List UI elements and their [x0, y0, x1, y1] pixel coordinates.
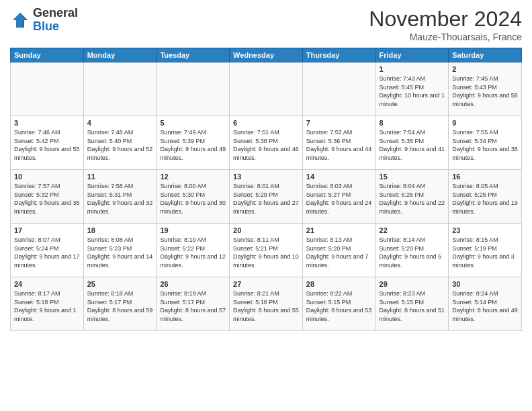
day-number: 13 — [233, 173, 299, 181]
page: General Blue November 2024 Mauze-Thouars… — [0, 0, 532, 411]
day-info: Sunrise: 8:15 AM Sunset: 5:19 PM Dayligh… — [452, 236, 518, 269]
day-number: 15 — [380, 173, 445, 181]
day-info: Sunrise: 8:18 AM Sunset: 5:17 PM Dayligh… — [87, 289, 153, 323]
logo-blue: Blue — [33, 20, 78, 34]
calendar-cell: 8Sunrise: 7:54 AM Sunset: 5:35 PM Daylig… — [375, 116, 449, 170]
day-info: Sunrise: 8:08 AM Sunset: 5:23 PM Dayligh… — [87, 236, 153, 269]
day-info: Sunrise: 8:03 AM Sunset: 5:27 PM Dayligh… — [306, 182, 372, 216]
day-info: Sunrise: 7:45 AM Sunset: 5:43 PM Dayligh… — [452, 75, 518, 108]
day-info: Sunrise: 8:04 AM Sunset: 5:26 PM Dayligh… — [380, 182, 445, 216]
day-number: 24 — [14, 280, 80, 288]
calendar-cell: 29Sunrise: 8:23 AM Sunset: 5:15 PM Dayli… — [375, 277, 449, 331]
day-info: Sunrise: 8:22 AM Sunset: 5:15 PM Dayligh… — [306, 289, 372, 323]
day-info: Sunrise: 7:54 AM Sunset: 5:35 PM Dayligh… — [380, 128, 445, 162]
calendar-week-row: 3Sunrise: 7:46 AM Sunset: 5:42 PM Daylig… — [11, 116, 522, 170]
day-number: 5 — [160, 119, 226, 127]
logo: General Blue — [10, 7, 78, 34]
calendar-week-row: 24Sunrise: 8:17 AM Sunset: 5:18 PM Dayli… — [11, 277, 522, 331]
day-info: Sunrise: 8:00 AM Sunset: 5:30 PM Dayligh… — [160, 182, 226, 216]
day-info: Sunrise: 8:05 AM Sunset: 5:25 PM Dayligh… — [452, 182, 518, 216]
calendar-cell: 30Sunrise: 8:24 AM Sunset: 5:14 PM Dayli… — [449, 277, 522, 331]
calendar-cell: 27Sunrise: 8:21 AM Sunset: 5:16 PM Dayli… — [230, 277, 303, 331]
header: General Blue November 2024 Mauze-Thouars… — [10, 7, 522, 42]
weekday-header: Sunday — [11, 48, 84, 62]
day-info: Sunrise: 8:23 AM Sunset: 5:15 PM Dayligh… — [380, 289, 445, 323]
calendar-cell: 26Sunrise: 8:19 AM Sunset: 5:17 PM Dayli… — [157, 277, 230, 331]
day-info: Sunrise: 8:19 AM Sunset: 5:17 PM Dayligh… — [160, 289, 226, 323]
calendar-cell: 13Sunrise: 8:01 AM Sunset: 5:29 PM Dayli… — [230, 170, 303, 224]
day-info: Sunrise: 8:14 AM Sunset: 5:20 PM Dayligh… — [380, 236, 445, 269]
day-info: Sunrise: 8:24 AM Sunset: 5:14 PM Dayligh… — [452, 289, 518, 323]
calendar-cell: 20Sunrise: 8:11 AM Sunset: 5:21 PM Dayli… — [230, 224, 303, 277]
calendar-cell: 19Sunrise: 8:10 AM Sunset: 5:22 PM Dayli… — [157, 224, 230, 277]
day-info: Sunrise: 7:48 AM Sunset: 5:40 PM Dayligh… — [87, 128, 153, 162]
calendar-cell: 21Sunrise: 8:13 AM Sunset: 5:20 PM Dayli… — [302, 224, 375, 277]
day-number: 10 — [14, 173, 80, 181]
day-number: 18 — [87, 226, 153, 234]
day-info: Sunrise: 8:11 AM Sunset: 5:21 PM Dayligh… — [233, 236, 299, 269]
day-number: 30 — [452, 280, 518, 288]
calendar-cell: 23Sunrise: 8:15 AM Sunset: 5:19 PM Dayli… — [449, 224, 522, 277]
weekday-header: Tuesday — [157, 48, 230, 62]
weekday-header: Saturday — [449, 48, 522, 62]
day-number: 17 — [14, 226, 80, 234]
weekday-header: Monday — [83, 48, 157, 62]
day-number: 23 — [452, 226, 518, 234]
calendar-cell: 28Sunrise: 8:22 AM Sunset: 5:15 PM Dayli… — [302, 277, 375, 331]
day-number: 7 — [306, 119, 372, 127]
calendar-cell: 22Sunrise: 8:14 AM Sunset: 5:20 PM Dayli… — [375, 224, 449, 277]
day-number: 20 — [233, 226, 299, 234]
calendar-cell: 11Sunrise: 7:58 AM Sunset: 5:31 PM Dayli… — [83, 170, 157, 224]
day-number: 16 — [452, 173, 518, 181]
title-block: November 2024 Mauze-Thouarsais, France — [369, 7, 522, 42]
calendar-cell — [302, 62, 375, 116]
day-number: 11 — [87, 173, 153, 181]
day-info: Sunrise: 8:10 AM Sunset: 5:22 PM Dayligh… — [160, 236, 226, 269]
day-info: Sunrise: 7:46 AM Sunset: 5:42 PM Dayligh… — [14, 128, 80, 162]
calendar-cell: 24Sunrise: 8:17 AM Sunset: 5:18 PM Dayli… — [11, 277, 84, 331]
calendar-cell: 14Sunrise: 8:03 AM Sunset: 5:27 PM Dayli… — [302, 170, 375, 224]
weekday-header: Thursday — [302, 48, 375, 62]
logo-general: General — [33, 7, 78, 20]
day-number: 25 — [87, 280, 153, 288]
day-number: 4 — [87, 119, 153, 127]
day-number: 22 — [380, 226, 445, 234]
day-info: Sunrise: 8:21 AM Sunset: 5:16 PM Dayligh… — [233, 289, 299, 323]
day-number: 1 — [380, 65, 445, 73]
day-info: Sunrise: 8:01 AM Sunset: 5:29 PM Dayligh… — [233, 182, 299, 216]
day-number: 14 — [306, 173, 372, 181]
calendar-cell: 7Sunrise: 7:52 AM Sunset: 5:36 PM Daylig… — [302, 116, 375, 170]
day-info: Sunrise: 8:17 AM Sunset: 5:18 PM Dayligh… — [14, 289, 80, 323]
calendar-header-row: SundayMondayTuesdayWednesdayThursdayFrid… — [11, 48, 522, 62]
calendar-cell: 4Sunrise: 7:48 AM Sunset: 5:40 PM Daylig… — [83, 116, 157, 170]
weekday-header: Wednesday — [230, 48, 303, 62]
day-info: Sunrise: 7:52 AM Sunset: 5:36 PM Dayligh… — [306, 128, 372, 162]
calendar-cell — [230, 62, 303, 116]
day-number: 29 — [380, 280, 445, 288]
day-number: 28 — [306, 280, 372, 288]
day-number: 19 — [160, 226, 226, 234]
calendar-cell — [157, 62, 230, 116]
logo-text: General Blue — [33, 7, 78, 34]
calendar-cell: 25Sunrise: 8:18 AM Sunset: 5:17 PM Dayli… — [83, 277, 157, 331]
calendar-cell: 15Sunrise: 8:04 AM Sunset: 5:26 PM Dayli… — [375, 170, 449, 224]
calendar-week-row: 1Sunrise: 7:43 AM Sunset: 5:45 PM Daylig… — [11, 62, 522, 116]
day-number: 27 — [233, 280, 299, 288]
calendar-table: SundayMondayTuesdayWednesdayThursdayFrid… — [10, 48, 522, 331]
calendar-cell: 5Sunrise: 7:49 AM Sunset: 5:39 PM Daylig… — [157, 116, 230, 170]
calendar-cell: 3Sunrise: 7:46 AM Sunset: 5:42 PM Daylig… — [11, 116, 84, 170]
calendar-cell — [83, 62, 157, 116]
calendar-cell: 9Sunrise: 7:55 AM Sunset: 5:34 PM Daylig… — [449, 116, 522, 170]
day-number: 21 — [306, 226, 372, 234]
month-title: November 2024 — [369, 7, 522, 32]
calendar-week-row: 10Sunrise: 7:57 AM Sunset: 5:32 PM Dayli… — [11, 170, 522, 224]
day-number: 26 — [160, 280, 226, 288]
calendar-cell — [11, 62, 84, 116]
day-info: Sunrise: 7:49 AM Sunset: 5:39 PM Dayligh… — [160, 128, 226, 162]
calendar-cell: 10Sunrise: 7:57 AM Sunset: 5:32 PM Dayli… — [11, 170, 84, 224]
day-number: 2 — [452, 65, 518, 73]
day-info: Sunrise: 7:51 AM Sunset: 5:38 PM Dayligh… — [233, 128, 299, 162]
calendar-cell: 12Sunrise: 8:00 AM Sunset: 5:30 PM Dayli… — [157, 170, 230, 224]
day-info: Sunrise: 8:07 AM Sunset: 5:24 PM Dayligh… — [14, 236, 80, 269]
day-number: 12 — [160, 173, 226, 181]
